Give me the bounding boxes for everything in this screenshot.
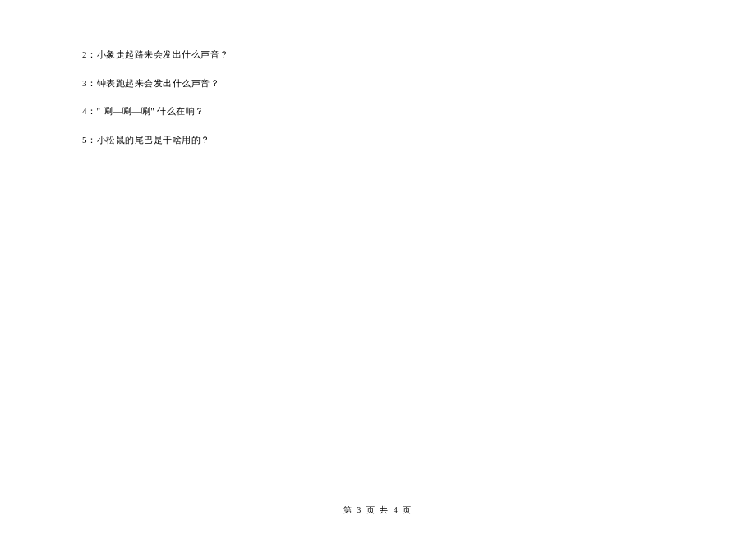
question-text: 小象走起路来会发出什么声音？ — [97, 49, 229, 59]
question-line: 4：" 唰—唰—唰" 什么在响？ — [82, 104, 674, 118]
footer-current-page: 3 — [357, 505, 362, 514]
question-separator: ： — [87, 135, 97, 145]
question-line: 2：小象走起路来会发出什么声音？ — [82, 48, 674, 62]
question-text: 小松鼠的尾巴是干啥用的？ — [97, 135, 210, 145]
page-footer: 第 3 页 共 4 页 — [0, 504, 756, 516]
footer-prefix: 第 — [343, 505, 353, 514]
question-line: 5：小松鼠的尾巴是干啥用的？ — [82, 133, 674, 147]
document-content: 2：小象走起路来会发出什么声音？ 3：钟表跑起来会发出什么声音？ 4：" 唰—唰… — [0, 0, 756, 146]
footer-middle1: 页 — [366, 505, 376, 514]
question-line: 3：钟表跑起来会发出什么声音？ — [82, 76, 674, 90]
question-separator: ： — [87, 49, 97, 59]
question-text: 钟表跑起来会发出什么声音？ — [97, 78, 220, 88]
question-separator: ： — [87, 106, 97, 116]
footer-suffix: 页 — [403, 505, 413, 514]
footer-total-pages: 4 — [394, 505, 399, 514]
footer-middle2: 共 — [380, 505, 390, 514]
question-separator: ： — [87, 78, 97, 88]
question-text: " 唰—唰—唰" 什么在响？ — [97, 106, 205, 116]
